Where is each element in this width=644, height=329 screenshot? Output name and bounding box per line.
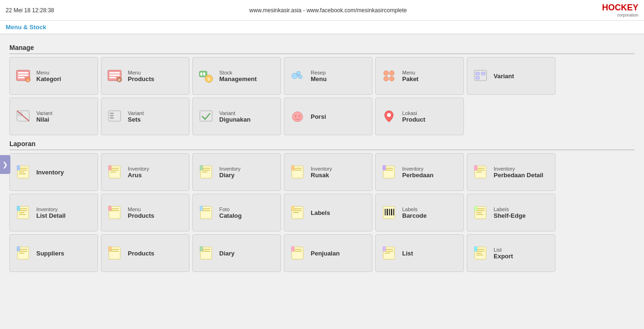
inventory-list-detail-text: Inventory List Detail (36, 206, 66, 219)
card-diary[interactable]: Diary (192, 234, 281, 272)
card-variant-digunakan[interactable]: Variant Digunakan (192, 98, 281, 135)
svg-rect-43 (19, 170, 27, 171)
variant-digunakan-text: Variant Digunakan (219, 110, 250, 123)
header: 22 Mei 18 12:28:38 www.mesinkasir.asia -… (0, 0, 644, 21)
svg-rect-90 (385, 209, 386, 215)
side-toggle-button[interactable]: ❯ (0, 155, 10, 174)
diary-icon (198, 245, 215, 262)
svg-rect-109 (108, 247, 111, 251)
svg-rect-108 (110, 251, 119, 252)
card-list[interactable]: List (375, 234, 464, 272)
svg-rect-93 (391, 209, 392, 215)
svg-rect-28 (481, 72, 485, 75)
navbar: Menu & Stock (0, 21, 644, 34)
svg-rect-48 (110, 168, 119, 169)
svg-rect-14 (203, 73, 205, 75)
svg-text:P: P (118, 79, 121, 82)
labels-shelf-edge-text: Labels Shelf-Edge (494, 206, 526, 219)
card-menu-products[interactable]: P Menu Products (101, 57, 190, 95)
suppliers-text: Suppliers (36, 250, 64, 257)
card-labels[interactable]: Labels (284, 194, 372, 231)
svg-rect-62 (385, 168, 393, 169)
resep-menu-icon (289, 67, 306, 84)
card-labels-barcode[interactable]: Labels Barcode (375, 194, 464, 231)
menu-paket-icon (380, 67, 397, 84)
list-icon (380, 245, 397, 262)
svg-rect-3 (18, 77, 25, 78)
svg-rect-60 (291, 165, 294, 170)
labels-icon (289, 204, 306, 221)
card-inventory-list-detail[interactable]: Inventory List Detail (9, 194, 98, 231)
svg-rect-67 (476, 170, 485, 171)
card-inventory-perbedaan[interactable]: Inventory Perbedaan (375, 153, 464, 191)
card-suppliers[interactable]: Suppliers (9, 234, 98, 272)
svg-rect-127 (476, 255, 483, 255)
menu-products-text: Menu Products (128, 70, 154, 82)
card-inventory-arus[interactable]: Inventory Arus (101, 153, 190, 191)
svg-rect-2 (18, 74, 28, 76)
svg-rect-112 (202, 251, 210, 252)
inventory-perbedaan-icon (380, 164, 397, 181)
card-variant[interactable]: Variant (467, 57, 555, 95)
svg-point-39 (298, 115, 300, 117)
card-variant-nilai[interactable]: Variant Nilai (9, 98, 98, 135)
svg-rect-94 (393, 209, 394, 215)
svg-rect-128 (474, 247, 477, 251)
inventory-list-detail-icon (15, 204, 32, 221)
porsi-icon (289, 108, 306, 125)
svg-rect-120 (385, 251, 393, 252)
list-text: List (402, 250, 413, 257)
svg-rect-91 (387, 209, 388, 215)
svg-rect-59 (293, 170, 302, 171)
menu-products-2-text: Menu Products (128, 206, 154, 219)
svg-rect-92 (389, 209, 390, 215)
card-penjualan[interactable]: Penjualan (284, 234, 372, 272)
svg-rect-69 (474, 165, 477, 170)
header-url: www.mesinkasir.asia - www.facebook.com/m… (249, 7, 407, 14)
card-inventory[interactable]: Inventory (9, 153, 98, 191)
main-content: Manage ≡ Menu Kategori P Menu Products S (0, 34, 644, 281)
svg-rect-64 (383, 165, 386, 170)
card-resep-menu[interactable]: Resep Menu (284, 57, 372, 95)
svg-rect-103 (19, 251, 27, 252)
variant-digunakan-icon (198, 108, 215, 125)
svg-point-22 (384, 71, 388, 75)
svg-rect-117 (291, 247, 294, 251)
svg-rect-68 (476, 172, 482, 173)
svg-rect-54 (202, 170, 210, 171)
svg-rect-27 (476, 72, 479, 75)
card-inventory-rusak[interactable]: Inventory Rusak (284, 153, 372, 191)
card-inventory-perbedaan-detail[interactable]: Inventory Perbedaan Detail (467, 153, 555, 191)
card-list-export[interactable]: List Export (467, 234, 555, 272)
card-menu-kategori[interactable]: ≡ Menu Kategori (9, 57, 98, 95)
variant-nilai-icon (15, 108, 32, 125)
svg-rect-73 (19, 212, 25, 213)
card-products[interactable]: Products (101, 234, 190, 272)
svg-rect-55 (202, 172, 207, 173)
svg-rect-86 (293, 210, 302, 211)
card-lokasi-product[interactable]: Lokasi Product (375, 98, 464, 135)
card-stock-management[interactable]: S Stock Management (192, 57, 281, 95)
products-icon (106, 245, 123, 262)
card-foto-catalog[interactable]: Foto Catalog (192, 194, 281, 231)
porsi-text: Porsi (311, 113, 326, 120)
menu-kategori-icon: ≡ (15, 67, 32, 84)
svg-point-23 (389, 71, 394, 75)
svg-rect-83 (200, 206, 203, 211)
card-variant-sets[interactable]: Variant Sets (101, 98, 190, 135)
labels-barcode-icon (380, 204, 397, 221)
lokasi-product-text: Lokasi Product (402, 110, 425, 123)
svg-rect-115 (293, 249, 302, 250)
svg-point-19 (298, 75, 302, 79)
card-menu-paket[interactable]: Menu Paket (375, 57, 464, 95)
inventory-rusak-text: Inventory Rusak (311, 166, 332, 179)
stock-management-text: Stock Management (219, 70, 256, 82)
svg-rect-78 (110, 210, 119, 211)
svg-rect-58 (293, 168, 302, 169)
card-menu-products-2[interactable]: Menu Products (101, 194, 190, 231)
card-porsi[interactable]: Porsi (284, 98, 372, 135)
svg-rect-81 (202, 208, 210, 209)
card-inventory-diary[interactable]: Inventory Diary (192, 153, 281, 191)
card-labels-shelf-edge[interactable]: Labels Shelf-Edge (467, 194, 555, 231)
svg-rect-99 (476, 214, 483, 215)
